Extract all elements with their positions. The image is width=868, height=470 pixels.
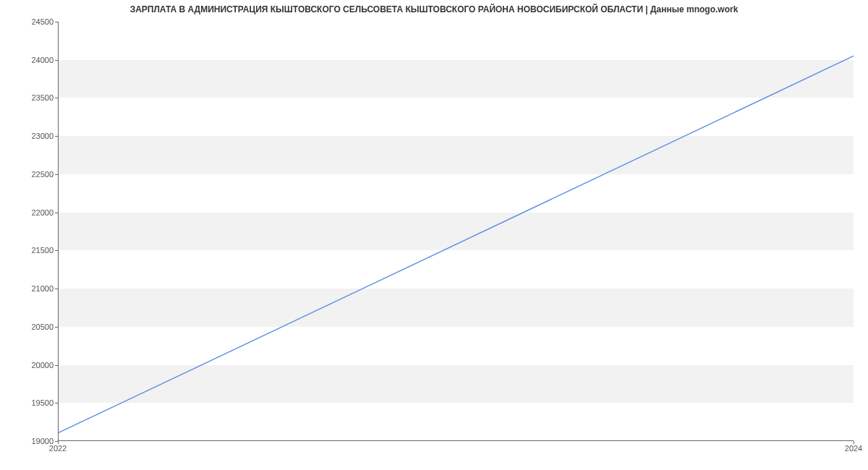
- y-tick-label: 24000: [10, 56, 54, 64]
- y-tick-mark: [55, 174, 58, 175]
- data-line: [59, 56, 854, 432]
- y-tick-label: 21000: [10, 284, 54, 293]
- plot-area: [58, 22, 854, 441]
- y-tick-mark: [55, 136, 58, 137]
- x-tick-label: 2022: [49, 444, 67, 453]
- x-tick-label: 2024: [845, 444, 862, 453]
- y-tick-label: 22500: [10, 170, 54, 179]
- y-tick-label: 19500: [10, 398, 54, 407]
- y-tick-mark: [55, 250, 58, 251]
- line-layer: [59, 22, 854, 440]
- y-tick-label: 24500: [10, 17, 54, 26]
- y-tick-label: 22000: [10, 208, 54, 217]
- y-tick-mark: [55, 22, 58, 22]
- y-tick-label: 23000: [10, 132, 54, 140]
- chart-container: ЗАРПЛАТА В АДМИНИСТРАЦИЯ КЫШТОВСКОГО СЕЛ…: [0, 0, 868, 470]
- y-tick-label: 20000: [10, 361, 54, 369]
- y-tick-mark: [55, 327, 58, 328]
- y-tick-mark: [55, 98, 58, 98]
- y-tick-label: 21500: [10, 246, 54, 255]
- y-tick-mark: [55, 365, 58, 366]
- y-tick-label: 20500: [10, 322, 54, 331]
- y-tick-mark: [55, 213, 58, 213]
- y-tick-mark: [55, 60, 58, 61]
- chart-title: ЗАРПЛАТА В АДМИНИСТРАЦИЯ КЫШТОВСКОГО СЕЛ…: [0, 4, 868, 14]
- x-tick-mark: [854, 441, 854, 444]
- y-tick-label: 19000: [10, 437, 54, 445]
- y-tick-mark: [55, 289, 58, 289]
- y-tick-mark: [55, 403, 58, 403]
- y-tick-label: 23500: [10, 93, 54, 102]
- x-tick-mark: [58, 441, 59, 444]
